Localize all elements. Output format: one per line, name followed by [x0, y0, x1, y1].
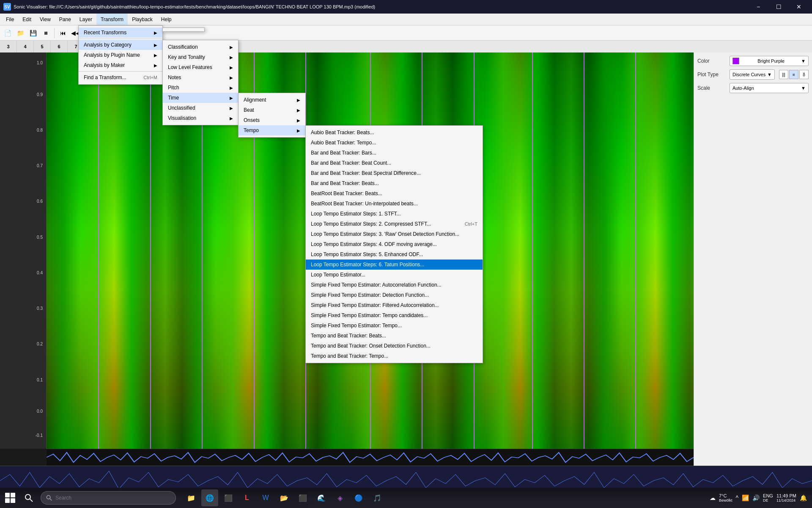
taskbar-icon-word[interactable]: W	[257, 489, 274, 506]
tempo-sfte-tempo[interactable]: Simple Fixed Tempo Estimator: Tempo...	[306, 320, 483, 331]
title-bar: SV Sonic Visualiser: file:///C:/Users/sa…	[0, 0, 812, 14]
time-tempo[interactable]: Tempo ▶ Aubio Beat Tracker: Beats... Aub…	[239, 125, 305, 135]
tempo-sfte-autocorr[interactable]: Simple Fixed Tempo Estimator: Autocorrel…	[306, 280, 483, 290]
tempo-bar-beat-beats[interactable]: Bar and Beat Tracker: Beats...	[306, 178, 483, 188]
tempo-beatroot-uninterp[interactable]: BeatRoot Beat Tracker: Un-interpolated b…	[306, 199, 483, 209]
lines-icon-btn[interactable]: ≡	[789, 70, 798, 79]
svg-line-3	[30, 499, 33, 502]
menu-playback[interactable]: Playback	[128, 14, 157, 25]
cat-notes[interactable]: Notes ▶	[163, 72, 238, 83]
menu-item-analysis-plugin[interactable]: Analysis by Plugin Name ▶	[79, 50, 162, 60]
taskbar-icon-files[interactable]: 📁	[183, 489, 200, 506]
tatum-line-11	[635, 52, 636, 449]
tempo-bar-beat-spectral[interactable]: Bar and Beat Tracker: Beat Spectral Diff…	[306, 168, 483, 178]
tempo-lte-raw-onset[interactable]: Loop Tempo Estimator Steps: 3. 'Raw' Ons…	[306, 229, 483, 239]
tempo-aubio-tempo[interactable]: Aubio Beat Tracker: Tempo...	[306, 138, 483, 148]
time-alignment[interactable]: Alignment ▶	[239, 95, 305, 105]
menu-item-recent-transforms[interactable]: Recent Transforms ▶	[79, 28, 162, 38]
tempo-lte-odf-avg[interactable]: Loop Tempo Estimator Steps: 4. ODF movin…	[306, 239, 483, 249]
tab-4[interactable]: 4	[17, 41, 34, 52]
plot-type-dropdown[interactable]: Discrete Curves ▼	[730, 69, 775, 80]
goto-start-button[interactable]: ⏮	[57, 27, 69, 39]
menu-pane[interactable]: Pane	[55, 14, 75, 25]
cat-unclassified-label: Unclassified	[168, 105, 195, 111]
cat-low-level[interactable]: Low Level Features ▶	[163, 62, 238, 72]
tempo-bar-beat-bars[interactable]: Bar and Beat Tracker: Bars...	[306, 148, 483, 158]
tempo-lte-tatum-positions[interactable]: Loop Tempo Estimator Steps: 6. Tatum Pos…	[306, 260, 483, 270]
time-beat[interactable]: Beat ▶	[239, 105, 305, 115]
cat-visualisation[interactable]: Visualisation ▶	[163, 113, 238, 123]
maximize-button[interactable]: ☐	[769, 0, 788, 14]
menu-layer[interactable]: Layer	[75, 14, 96, 25]
taskbar-icon-terminal[interactable]: ⬛	[220, 489, 237, 506]
menu-edit[interactable]: Edit	[18, 14, 36, 25]
taskbar-icon-chrome[interactable]: 🔵	[350, 489, 367, 506]
clock[interactable]: 11:49 PM 11/14/2024	[776, 493, 796, 502]
tempo-tbt-onset[interactable]: Tempo and Beat Tracker: Onset Detection …	[306, 341, 483, 351]
points-icon-btn[interactable]: δ	[799, 70, 809, 79]
taskbar-icon-l[interactable]: L	[239, 489, 255, 506]
cat-low-level-label: Low Level Features	[168, 64, 212, 70]
cat-classification[interactable]: Classification ▶	[163, 42, 238, 52]
taskbar-search-input[interactable]	[55, 495, 170, 501]
scale-dropdown[interactable]: Auto-Align ▼	[730, 83, 809, 93]
tempo-sfte-candidates[interactable]: Simple Fixed Tempo Estimator: Tempo cand…	[306, 310, 483, 320]
taskbar-search-icon[interactable]	[20, 489, 37, 506]
tempo-beatroot-beats[interactable]: BeatRoot Beat Tracker: Beats...	[306, 188, 483, 199]
menu-transform[interactable]: Transform	[96, 14, 128, 25]
y-label-03: 0.3	[37, 306, 43, 311]
notifications-icon[interactable]: 🔔	[800, 494, 807, 501]
tempo-aubio-beats[interactable]: Aubio Beat Tracker: Beats...	[306, 127, 483, 138]
tempo-bar-beat-count[interactable]: Bar and Beat Tracker: Beat Count...	[306, 158, 483, 168]
export-button[interactable]: ◾	[40, 27, 52, 39]
tab-5[interactable]: 5	[34, 41, 51, 52]
cat-time[interactable]: Time ▶ Alignment ▶ Beat ▶ Onsets	[163, 93, 238, 103]
arrow-icon: ▶	[154, 30, 157, 35]
open-button[interactable]: 📁	[14, 27, 26, 39]
tab-3[interactable]: 3	[0, 41, 17, 52]
taskbar-app-icons: 📁 🌐 ⬛ L W 📂 ⬛ 🌊 ◈ 🔵 🎵	[183, 489, 386, 506]
new-button[interactable]: 📄	[2, 27, 14, 39]
taskbar-search-box[interactable]	[41, 491, 176, 505]
cat-unclassified[interactable]: Unclassified ▶	[163, 103, 238, 113]
tempo-lte-enhanced-odf[interactable]: Loop Tempo Estimator Steps: 5. Enhanced …	[306, 249, 483, 260]
sound-icon[interactable]: 🔊	[752, 494, 760, 501]
menu-item-find-transform[interactable]: Find a Transform... Ctrl+M	[79, 72, 162, 83]
y-label-1: 1.0	[37, 61, 43, 65]
tempo-lte-stft[interactable]: Loop Tempo Estimator Steps: 1. STFT...	[306, 209, 483, 219]
color-dropdown[interactable]: Bright Purple ▼	[730, 56, 809, 66]
close-button[interactable]: ✕	[789, 0, 809, 14]
tempo-tbt-tempo[interactable]: Tempo and Beat Tracker: Tempo...	[306, 351, 483, 361]
tab-6[interactable]: 6	[51, 41, 68, 52]
minimize-button[interactable]: −	[749, 0, 768, 14]
menu-file[interactable]: File	[2, 14, 18, 25]
taskbar-icon-vs[interactable]: ◈	[332, 489, 348, 506]
cat-key-tonality[interactable]: Key and Tonality ▶	[163, 52, 238, 62]
wifi-icon[interactable]: 📶	[742, 494, 749, 501]
menu-item-analysis-category[interactable]: Analysis by Category ▶ Classification ▶ …	[79, 40, 162, 50]
time-onsets-label: Onsets	[244, 117, 260, 123]
menu-view[interactable]: View	[36, 14, 55, 25]
tempo-lte[interactable]: Loop Tempo Estimator...	[306, 270, 483, 280]
taskbar-icon-sv[interactable]: 🎵	[369, 489, 386, 506]
taskbar-icon-browser[interactable]: 🌐	[201, 489, 218, 506]
time-onsets[interactable]: Onsets ▶	[239, 115, 305, 125]
taskbar-icon-edge[interactable]: 🌊	[313, 489, 330, 506]
tempo-lte-compressed-stft[interactable]: Loop Tempo Estimator Steps: 2. Compresse…	[306, 219, 483, 229]
taskbar-icon-explorer[interactable]: 📂	[276, 489, 293, 506]
bars-icon-btn[interactable]: |||	[779, 70, 788, 79]
tempo-sfte-filtered[interactable]: Simple Fixed Tempo Estimator: Filtered A…	[306, 300, 483, 310]
tempo-tbt-beats[interactable]: Tempo and Beat Tracker: Beats...	[306, 331, 483, 341]
tatum-line-10	[584, 52, 584, 449]
menu-item-analysis-maker[interactable]: Analysis by Maker ▶	[79, 60, 162, 70]
save-button[interactable]: 💾	[27, 27, 39, 39]
windows-logo	[5, 493, 15, 503]
menu-help[interactable]: Help	[157, 14, 176, 25]
tempo-sfte-detection[interactable]: Simple Fixed Tempo Estimator: Detection …	[306, 290, 483, 300]
start-button[interactable]	[0, 488, 20, 508]
expand-tray-icon[interactable]: ^	[735, 494, 738, 501]
plot-type-icons: ||| ≡ δ	[779, 70, 809, 79]
cat-pitch[interactable]: Pitch ▶	[163, 83, 238, 93]
tatum-line-1	[98, 52, 99, 449]
taskbar-icon-store[interactable]: ⬛	[294, 489, 311, 506]
